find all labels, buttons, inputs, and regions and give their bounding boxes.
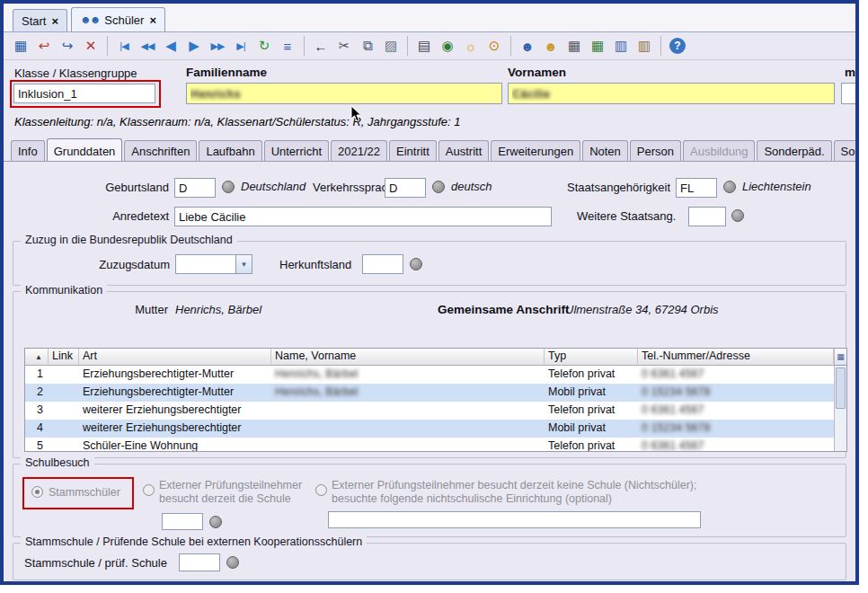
tab-ausbildung[interactable]: Ausbildung: [683, 140, 755, 161]
table-cell: Telefon privat: [545, 402, 638, 420]
close-icon[interactable]: ×: [51, 14, 58, 28]
paste-icon[interactable]: ▨: [380, 36, 402, 57]
doc-tab-schueler-label: Schüler: [104, 13, 144, 27]
chevron-down-icon[interactable]: ▼: [236, 254, 252, 274]
extern-keine-schule-radio[interactable]: [315, 484, 327, 496]
geschlecht-input[interactable]: [841, 83, 859, 104]
schulbesuch-groupbox: Schulbesuch Stammschüler Externer Prüfun…: [13, 464, 846, 537]
doc-tab-start[interactable]: Start ×: [13, 9, 67, 31]
stammschule-input[interactable]: [179, 553, 220, 571]
table-header-art[interactable]: Art: [79, 349, 271, 366]
table-header-link[interactable]: Link: [49, 349, 79, 366]
table-header-name[interactable]: Name, Vorname: [271, 349, 545, 366]
table-cell: Telefon privat: [545, 438, 638, 451]
table-row[interactable]: 2Erziehungsberechtigter-MutterHenrichs, …: [25, 384, 834, 402]
geburtsland-input[interactable]: [174, 178, 216, 198]
table-header-tel[interactable]: Tel.-Nummer/Adresse: [638, 349, 834, 366]
table-cell: Telefon privat: [545, 366, 638, 384]
doc-tab-schueler[interactable]: ☻☻ Schüler ×: [71, 7, 165, 31]
prev-record-icon[interactable]: ◀: [160, 36, 182, 57]
tab-info[interactable]: Info: [11, 140, 45, 161]
table-cell: 5: [25, 438, 49, 451]
tab-laufbahn[interactable]: Laufbahn: [199, 140, 261, 161]
verkehrssprache-catalog-button[interactable]: [432, 181, 445, 193]
tab-person[interactable]: Person: [630, 140, 681, 161]
stammschueler-radio[interactable]: [31, 486, 43, 498]
zuzug-groupbox-title: Zuzug in die Bundesrepublik Deutschland: [21, 234, 237, 246]
table-cell: 0 6361 4567: [638, 366, 834, 384]
preview-eye-icon[interactable]: ◉: [437, 36, 458, 57]
grid-icon[interactable]: ▦: [563, 36, 585, 57]
tab-grunddaten[interactable]: Grunddaten: [47, 138, 123, 161]
undo-icon[interactable]: ↩: [33, 36, 55, 57]
tab-2021-22[interactable]: 2021/22: [331, 140, 387, 161]
extern-schule-catalog-button[interactable]: [209, 516, 222, 528]
vornamen-input[interactable]: [508, 83, 835, 104]
tab-noten[interactable]: Noten: [582, 140, 628, 161]
geburtsland-catalog-button[interactable]: [222, 181, 235, 193]
anredetext-input[interactable]: [174, 207, 552, 226]
stammschule-catalog-button[interactable]: [226, 556, 239, 569]
tip-lamp-icon[interactable]: ☼: [460, 36, 482, 57]
sort-ascending-icon: ▲: [35, 353, 42, 361]
table-settings-button[interactable]: ▦: [835, 349, 846, 366]
cut-icon[interactable]: ✂: [333, 36, 355, 57]
weitere-staatsang-input[interactable]: [688, 207, 726, 226]
table-row[interactable]: 4weiterer ErziehungsberechtigterMobil pr…: [25, 420, 834, 438]
table-row[interactable]: 5Schüler-Eine WohnungTelefon privat0 636…: [25, 438, 834, 451]
close-icon[interactable]: ×: [149, 13, 156, 27]
klasse-input[interactable]: [13, 84, 155, 103]
scrollbar-thumb[interactable]: [836, 367, 846, 409]
weitere-staatsang-catalog-button[interactable]: [731, 209, 744, 222]
first-record-icon[interactable]: |◀: [113, 36, 135, 57]
herkunftsland-input[interactable]: [362, 254, 403, 274]
extern-schule-radio[interactable]: [143, 484, 155, 496]
table-cell: [49, 420, 79, 438]
table-scrollbar[interactable]: ▦: [834, 349, 846, 451]
back-icon[interactable]: ←: [310, 36, 332, 57]
zuzugsdatum-input[interactable]: [175, 254, 236, 274]
users-icon: ☻☻: [80, 13, 99, 26]
einrichtung-input[interactable]: [328, 511, 701, 528]
table-row[interactable]: 1Erziehungsberechtigter-MutterHenrichs, …: [25, 366, 834, 384]
familienname-input[interactable]: [186, 83, 502, 104]
staatsangehoerigkeit-catalog-button[interactable]: [723, 181, 736, 193]
grid-export-icon[interactable]: ▦: [587, 36, 608, 57]
herkunftsland-catalog-button[interactable]: [410, 258, 422, 270]
users-icon[interactable]: ☻: [517, 36, 538, 57]
next-record-icon[interactable]: ▶: [183, 36, 205, 57]
print-icon[interactable]: ▤: [413, 36, 435, 57]
anredetext-label: Anredetext: [14, 209, 169, 223]
delete-icon[interactable]: ✕: [80, 36, 102, 57]
fast-back-icon[interactable]: ◀◀: [137, 36, 158, 57]
reminder-clock-icon[interactable]: ⊙: [483, 36, 505, 57]
tab-austritt[interactable]: Austritt: [438, 140, 489, 161]
list-icon[interactable]: ≡: [277, 36, 298, 57]
copy-icon[interactable]: ⧉: [357, 36, 378, 57]
table-header-sort[interactable]: ▲: [25, 349, 49, 366]
tab-erweiterungen[interactable]: Erweiterungen: [491, 140, 580, 161]
refresh-icon[interactable]: ↻: [253, 36, 275, 57]
report-icon[interactable]: ▥: [610, 36, 632, 57]
fast-forward-icon[interactable]: ▶▶: [207, 36, 228, 57]
tab-anschriften[interactable]: Anschriften: [124, 140, 197, 161]
tab-unterricht[interactable]: Unterricht: [264, 140, 329, 161]
table-row[interactable]: 3weiterer ErziehungsberechtigterTelefon …: [25, 402, 834, 420]
help-icon[interactable]: ?: [669, 38, 686, 54]
tab-sonstiges[interactable]: Sonstiges: [834, 140, 859, 161]
redo-icon[interactable]: ↪: [57, 36, 78, 57]
verkehrssprache-input[interactable]: [385, 178, 426, 198]
save-icon[interactable]: ▦: [10, 36, 31, 57]
extern-schule-input[interactable]: [162, 513, 203, 530]
schulbesuch-groupbox-title: Schulbesuch: [21, 456, 94, 469]
tab-sonderp-d[interactable]: Sonderpäd.: [757, 140, 831, 161]
user-key-icon[interactable]: ☻: [540, 36, 562, 57]
last-record-icon[interactable]: ▶|: [230, 36, 252, 57]
tab-eintritt[interactable]: Eintritt: [389, 140, 437, 161]
extern-keine-schule-radio-label: Externer Prüfungsteilnehmer besucht derz…: [332, 479, 732, 506]
database-icon[interactable]: ▥: [633, 36, 655, 57]
table-header-typ[interactable]: Typ: [545, 349, 638, 366]
zuzugsdatum-combobox[interactable]: ▼: [175, 254, 252, 274]
staatsangehoerigkeit-input[interactable]: [676, 178, 717, 198]
table-header-row[interactable]: ▲ Link Art Name, Vorname Typ Tel.-Nummer…: [25, 349, 834, 366]
